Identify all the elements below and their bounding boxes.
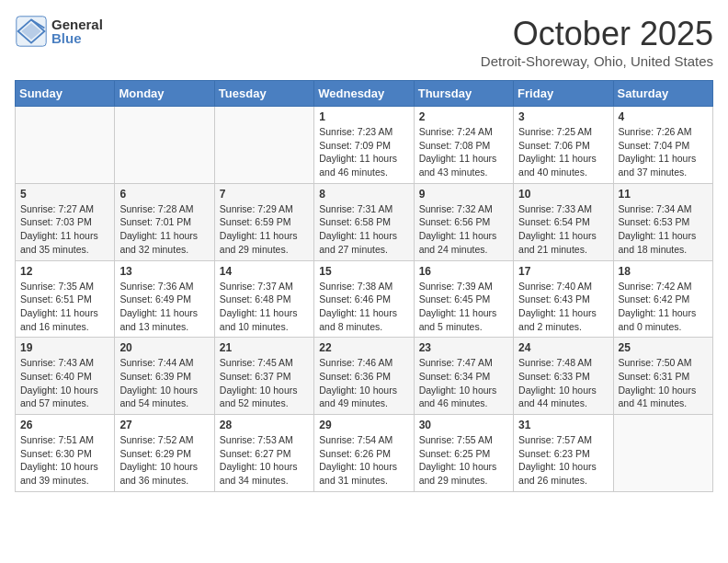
day-number: 17	[518, 265, 608, 278]
calendar-cell: 14Sunrise: 7:37 AM Sunset: 6:48 PM Dayli…	[214, 260, 313, 338]
calendar-cell: 16Sunrise: 7:39 AM Sunset: 6:45 PM Dayli…	[414, 260, 513, 338]
logo-blue: Blue	[51, 31, 103, 45]
calendar-cell: 24Sunrise: 7:48 AM Sunset: 6:33 PM Dayli…	[514, 338, 613, 415]
calendar-cell: 1Sunrise: 7:23 AM Sunset: 7:09 PM Daylig…	[314, 107, 414, 184]
day-number: 9	[419, 188, 508, 201]
logo: General Blue	[15, 15, 103, 48]
day-info: Sunrise: 7:51 AM Sunset: 6:30 PM Dayligh…	[20, 433, 109, 488]
day-number: 27	[119, 419, 209, 431]
day-info: Sunrise: 7:36 AM Sunset: 6:49 PM Dayligh…	[119, 280, 209, 334]
day-number: 21	[220, 341, 309, 354]
day-number: 11	[619, 188, 708, 201]
calendar-cell: 9Sunrise: 7:32 AM Sunset: 6:56 PM Daylig…	[414, 183, 513, 260]
day-header-friday: Friday	[514, 81, 613, 107]
month-title: October 2025	[481, 15, 713, 53]
day-number: 10	[518, 188, 608, 201]
day-number: 26	[20, 419, 109, 431]
calendar-cell: 18Sunrise: 7:42 AM Sunset: 6:42 PM Dayli…	[613, 260, 712, 338]
calendar-cell: 26Sunrise: 7:51 AM Sunset: 6:30 PM Dayli…	[16, 415, 115, 492]
calendar-week-3: 12Sunrise: 7:35 AM Sunset: 6:51 PM Dayli…	[16, 260, 713, 338]
day-info: Sunrise: 7:31 AM Sunset: 6:58 PM Dayligh…	[319, 202, 408, 257]
day-info: Sunrise: 7:25 AM Sunset: 7:06 PM Dayligh…	[518, 125, 608, 179]
day-header-thursday: Thursday	[414, 81, 513, 107]
calendar-cell: 4Sunrise: 7:26 AM Sunset: 7:04 PM Daylig…	[613, 107, 712, 184]
calendar-cell: 3Sunrise: 7:25 AM Sunset: 7:06 PM Daylig…	[514, 107, 613, 184]
day-number: 30	[419, 419, 508, 431]
day-number: 1	[319, 110, 408, 123]
day-info: Sunrise: 7:45 AM Sunset: 6:37 PM Dayligh…	[220, 356, 309, 410]
day-number: 25	[619, 341, 708, 354]
day-info: Sunrise: 7:34 AM Sunset: 6:53 PM Dayligh…	[619, 202, 708, 257]
calendar-week-4: 19Sunrise: 7:43 AM Sunset: 6:40 PM Dayli…	[16, 338, 713, 415]
calendar-cell: 17Sunrise: 7:40 AM Sunset: 6:43 PM Dayli…	[514, 260, 613, 338]
logo-general: General	[51, 17, 103, 31]
day-header-sunday: Sunday	[16, 81, 115, 107]
calendar-cell: 12Sunrise: 7:35 AM Sunset: 6:51 PM Dayli…	[16, 260, 115, 338]
day-number: 18	[619, 265, 708, 278]
day-info: Sunrise: 7:32 AM Sunset: 6:56 PM Dayligh…	[419, 202, 508, 257]
day-info: Sunrise: 7:35 AM Sunset: 6:51 PM Dayligh…	[20, 280, 109, 334]
calendar-cell: 23Sunrise: 7:47 AM Sunset: 6:34 PM Dayli…	[414, 338, 513, 415]
logo-icon	[15, 15, 48, 48]
day-number: 7	[220, 188, 309, 201]
day-header-monday: Monday	[115, 81, 214, 107]
day-info: Sunrise: 7:37 AM Sunset: 6:48 PM Dayligh…	[220, 280, 309, 334]
calendar-cell: 8Sunrise: 7:31 AM Sunset: 6:58 PM Daylig…	[314, 183, 414, 260]
day-info: Sunrise: 7:48 AM Sunset: 6:33 PM Dayligh…	[518, 356, 608, 410]
calendar-cell: 20Sunrise: 7:44 AM Sunset: 6:39 PM Dayli…	[115, 338, 214, 415]
day-number: 24	[518, 341, 608, 354]
calendar-cell: 15Sunrise: 7:38 AM Sunset: 6:46 PM Dayli…	[314, 260, 414, 338]
title-area: October 2025 Detroit-Shoreway, Ohio, Uni…	[481, 15, 713, 69]
day-number: 6	[119, 188, 209, 201]
day-info: Sunrise: 7:43 AM Sunset: 6:40 PM Dayligh…	[20, 356, 109, 410]
day-header-wednesday: Wednesday	[314, 81, 414, 107]
calendar-cell: 10Sunrise: 7:33 AM Sunset: 6:54 PM Dayli…	[514, 183, 613, 260]
day-number: 4	[619, 110, 708, 123]
day-number: 3	[518, 110, 608, 123]
calendar-cell: 27Sunrise: 7:52 AM Sunset: 6:29 PM Dayli…	[115, 415, 214, 492]
calendar-cell: 2Sunrise: 7:24 AM Sunset: 7:08 PM Daylig…	[414, 107, 513, 184]
calendar-week-2: 5Sunrise: 7:27 AM Sunset: 7:03 PM Daylig…	[16, 183, 713, 260]
calendar-week-1: 1Sunrise: 7:23 AM Sunset: 7:09 PM Daylig…	[16, 107, 713, 184]
calendar-cell: 6Sunrise: 7:28 AM Sunset: 7:01 PM Daylig…	[115, 183, 214, 260]
day-info: Sunrise: 7:55 AM Sunset: 6:25 PM Dayligh…	[419, 433, 508, 488]
day-info: Sunrise: 7:26 AM Sunset: 7:04 PM Dayligh…	[619, 125, 708, 179]
day-info: Sunrise: 7:33 AM Sunset: 6:54 PM Dayligh…	[518, 202, 608, 257]
day-info: Sunrise: 7:27 AM Sunset: 7:03 PM Dayligh…	[20, 202, 109, 257]
day-header-saturday: Saturday	[613, 81, 712, 107]
day-number: 29	[319, 419, 408, 431]
calendar-cell	[214, 107, 313, 184]
day-number: 12	[20, 265, 109, 278]
logo-text: General Blue	[51, 17, 103, 45]
day-number: 13	[119, 265, 209, 278]
day-info: Sunrise: 7:47 AM Sunset: 6:34 PM Dayligh…	[419, 356, 508, 410]
day-number: 31	[518, 419, 608, 431]
day-number: 19	[20, 341, 109, 354]
calendar-cell: 11Sunrise: 7:34 AM Sunset: 6:53 PM Dayli…	[613, 183, 712, 260]
day-info: Sunrise: 7:28 AM Sunset: 7:01 PM Dayligh…	[119, 202, 209, 257]
calendar-week-5: 26Sunrise: 7:51 AM Sunset: 6:30 PM Dayli…	[16, 415, 713, 492]
day-info: Sunrise: 7:24 AM Sunset: 7:08 PM Dayligh…	[419, 125, 508, 179]
calendar-cell	[115, 107, 214, 184]
day-number: 5	[20, 188, 109, 201]
day-info: Sunrise: 7:42 AM Sunset: 6:42 PM Dayligh…	[619, 280, 708, 334]
location: Detroit-Shoreway, Ohio, United States	[481, 53, 713, 69]
day-header-tuesday: Tuesday	[214, 81, 313, 107]
day-info: Sunrise: 7:40 AM Sunset: 6:43 PM Dayligh…	[518, 280, 608, 334]
calendar-cell: 30Sunrise: 7:55 AM Sunset: 6:25 PM Dayli…	[414, 415, 513, 492]
calendar-cell: 21Sunrise: 7:45 AM Sunset: 6:37 PM Dayli…	[214, 338, 313, 415]
day-info: Sunrise: 7:53 AM Sunset: 6:27 PM Dayligh…	[220, 433, 309, 488]
day-number: 8	[319, 188, 408, 201]
calendar-cell: 19Sunrise: 7:43 AM Sunset: 6:40 PM Dayli…	[16, 338, 115, 415]
day-number: 20	[119, 341, 209, 354]
day-number: 14	[220, 265, 309, 278]
day-info: Sunrise: 7:50 AM Sunset: 6:31 PM Dayligh…	[619, 356, 708, 410]
calendar-cell: 28Sunrise: 7:53 AM Sunset: 6:27 PM Dayli…	[214, 415, 313, 492]
calendar-header-row: SundayMondayTuesdayWednesdayThursdayFrid…	[16, 81, 713, 107]
day-number: 16	[419, 265, 508, 278]
day-info: Sunrise: 7:39 AM Sunset: 6:45 PM Dayligh…	[419, 280, 508, 334]
day-number: 22	[319, 341, 408, 354]
calendar-cell: 5Sunrise: 7:27 AM Sunset: 7:03 PM Daylig…	[16, 183, 115, 260]
day-info: Sunrise: 7:54 AM Sunset: 6:26 PM Dayligh…	[319, 433, 408, 488]
day-info: Sunrise: 7:57 AM Sunset: 6:23 PM Dayligh…	[518, 433, 608, 488]
